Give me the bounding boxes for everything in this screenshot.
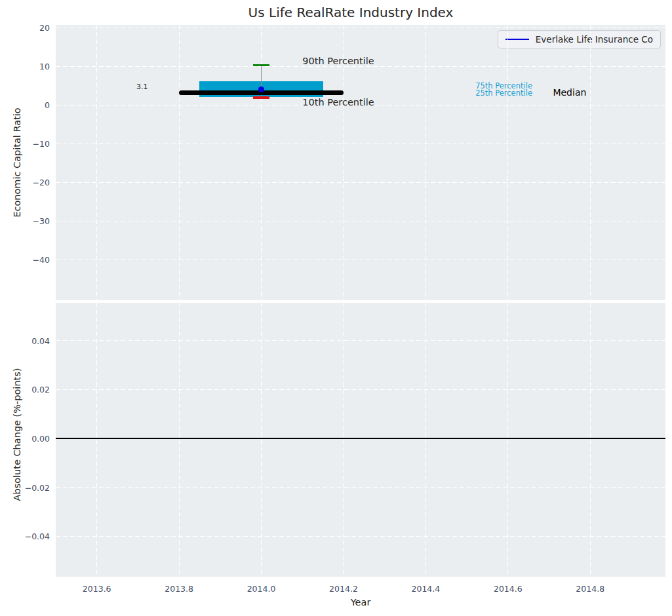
annotation-p10-label: 10th Percentile <box>302 97 374 107</box>
top-plot-area: Everlake Life Insurance Co 3.190th Perce… <box>56 25 665 300</box>
gridline-horizontal <box>56 28 665 28</box>
gridline-horizontal <box>56 340 665 341</box>
p90-cap <box>253 64 269 67</box>
legend-label: Everlake Life Insurance Co <box>536 34 653 45</box>
x-tick-label: 2014.2 <box>329 584 358 594</box>
y-tick-label: −10 <box>0 139 50 149</box>
y-tick-label: −20 <box>0 178 50 187</box>
gridline-horizontal <box>56 260 665 260</box>
x-tick-label: 2014.0 <box>247 584 276 594</box>
company-point <box>258 87 264 92</box>
y-tick-label: 0.00 <box>0 434 50 444</box>
chart-title: Us Life RealRate Industry Index <box>248 5 454 20</box>
gridline-horizontal <box>56 487 665 488</box>
y-tick-label: −40 <box>0 255 50 265</box>
gridline-horizontal <box>56 389 665 390</box>
annotation-p25-label: 25th Percentile <box>475 88 532 98</box>
gridline-horizontal <box>56 66 665 67</box>
bottom-plot-area <box>56 303 665 577</box>
y-tick-label: 0.04 <box>0 336 50 345</box>
figure: Us Life RealRate Industry Index Economic… <box>0 0 672 616</box>
zero-change-line <box>56 438 665 439</box>
y-axis-label-top: Economic Capital Ratio <box>12 107 22 217</box>
gridline-horizontal <box>56 144 665 144</box>
x-tick-label: 2014.4 <box>412 584 441 594</box>
y-tick-label: −0.02 <box>0 482 50 492</box>
p10-cap <box>253 96 269 99</box>
gridline-horizontal <box>56 221 665 221</box>
gridline-horizontal <box>56 182 665 183</box>
x-axis-label: Year <box>351 597 371 607</box>
legend: Everlake Life Insurance Co <box>498 30 661 48</box>
y-tick-label: 10 <box>0 62 50 71</box>
x-tick-label: 2014.6 <box>494 584 523 594</box>
y-tick-label: 20 <box>0 23 50 33</box>
annotation-company-value-label: 3.1 <box>136 83 148 91</box>
y-tick-label: −30 <box>0 216 50 226</box>
x-tick-label: 2014.8 <box>576 584 604 594</box>
x-tick-label: 2013.6 <box>83 584 111 594</box>
y-tick-label: −0.04 <box>0 531 50 541</box>
gridline-horizontal <box>56 536 665 537</box>
y-tick-label: 0 <box>0 100 50 110</box>
annotation-p90-label: 90th Percentile <box>302 56 374 66</box>
annotation-median-label: Median <box>553 87 586 98</box>
y-tick-label: 0.02 <box>0 385 50 395</box>
legend-line-swatch <box>505 39 529 41</box>
x-tick-label: 2013.8 <box>165 584 193 594</box>
